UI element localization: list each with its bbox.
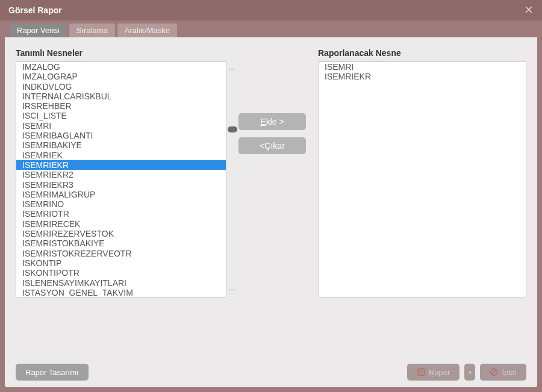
list-item[interactable]: ISKONTIPOTR xyxy=(16,268,226,278)
chevron-down-icon: ▾ xyxy=(469,369,472,376)
window-title: Görsel Rapor xyxy=(8,5,62,15)
list-item[interactable]: INTERNALCARISKBUL xyxy=(16,92,226,101)
list-item[interactable]: ISEMRI xyxy=(16,121,226,131)
report-objects-column: Raporlanacak Nesne ISEMRIISEMRIEKR xyxy=(318,48,526,297)
titlebar: Görsel Rapor xyxy=(0,0,542,20)
defined-objects-heading: Tanımlı Nesneler xyxy=(16,48,226,58)
defined-objects-wrap: IMZALOGIMZALOGRAPINDKDVLOGINTERNALCARISK… xyxy=(16,61,226,297)
list-item[interactable]: ISKONTIP xyxy=(16,258,226,268)
defined-objects-column: Tanımlı Nesneler IMZALOGIMZALOGRAPINDKDV… xyxy=(16,48,226,297)
list-item[interactable]: ISEMRISTOKREZERVEOTR xyxy=(16,249,226,258)
list-item[interactable]: ISEMRIEK xyxy=(16,151,226,160)
tab-rapor-verisi[interactable]: Rapor Verisi xyxy=(10,23,67,37)
cancel-button-rest: ptal xyxy=(504,368,517,377)
list-item[interactable]: IMZALOG xyxy=(16,62,226,72)
list-item[interactable]: ISEMRIRECEK xyxy=(16,219,226,229)
svg-line-3 xyxy=(492,370,496,375)
list-item[interactable]: ISEMRINO xyxy=(16,199,226,209)
remove-button[interactable]: <Çıkar xyxy=(238,137,306,154)
scroll-handle[interactable] xyxy=(228,126,237,132)
defined-objects-listbox[interactable]: IMZALOGIMZALOGRAPINDKDVLOGINTERNALCARISK… xyxy=(16,61,226,297)
close-icon[interactable] xyxy=(520,2,537,19)
tab-aralik-maske[interactable]: Aralık/Maske xyxy=(117,23,177,37)
list-item[interactable]: ISEMRISTOKBAKIYE xyxy=(16,238,226,248)
report-objects-heading: Raporlanacak Nesne xyxy=(318,48,526,58)
list-item[interactable]: ISEMRI xyxy=(319,62,526,72)
report-icon: R xyxy=(417,368,425,376)
tab-content: Tanımlı Nesneler IMZALOGIMZALOGRAPINDKDV… xyxy=(5,37,537,387)
list-item[interactable]: ISCI_LISTE xyxy=(16,111,226,120)
list-item[interactable]: ISEMRIOTR xyxy=(16,209,226,219)
report-button-rest: apor xyxy=(434,368,450,377)
report-button-dropdown[interactable]: ▾ xyxy=(464,364,475,381)
list-item[interactable]: ISTASYON_GENEL_TAKVIM xyxy=(16,288,226,297)
tabstrip: Rapor Verisi Sıralama Aralık/Maske xyxy=(0,20,542,37)
remove-button-prefix: <Ç xyxy=(260,141,270,151)
svg-text:R: R xyxy=(419,369,423,375)
window: Görsel Rapor Rapor Verisi Sıralama Aralı… xyxy=(0,0,542,392)
report-design-button[interactable]: Rapor Tasarımı xyxy=(16,364,89,381)
spacer xyxy=(16,297,526,357)
columns: Tanımlı Nesneler IMZALOGIMZALOGRAPINDKDV… xyxy=(16,48,526,297)
add-button[interactable]: Ekle > xyxy=(238,113,306,130)
list-item[interactable]: INDKDVLOG xyxy=(16,82,226,92)
list-item[interactable]: ISEMRIEKR3 xyxy=(16,180,226,190)
list-item[interactable]: ISEMRIBAGLANTI xyxy=(16,131,226,140)
cancel-icon xyxy=(490,368,498,376)
list-item[interactable]: ISLENENSAYIMKAYITLARI xyxy=(16,278,226,288)
list-item[interactable]: ISEMRIBAKIYE xyxy=(16,140,226,150)
list-item[interactable]: ISEMRIEKR2 xyxy=(16,170,226,179)
list-item[interactable]: ISEMRIREZERVESTOK xyxy=(16,229,226,238)
report-button-underline: R xyxy=(429,368,434,377)
scroll-down-icon[interactable]: ﹀ xyxy=(229,286,235,295)
cancel-button[interactable]: İptal xyxy=(480,364,526,381)
scrollbar[interactable]: ︿ ﹀ xyxy=(228,61,236,297)
scroll-up-icon[interactable]: ︿ xyxy=(229,64,235,73)
remove-button-rest: ıkar xyxy=(270,141,284,151)
list-item[interactable]: ISEMRIEKR xyxy=(16,160,226,170)
report-button[interactable]: R Rapor xyxy=(407,364,459,381)
add-button-rest: kle > xyxy=(266,117,284,126)
add-button-underline: E xyxy=(260,117,266,126)
list-item[interactable]: ISEMRIMALIGRUP xyxy=(16,190,226,199)
tab-siralama[interactable]: Sıralama xyxy=(69,23,115,37)
list-item[interactable]: IMZALOGRAP xyxy=(16,72,226,81)
report-objects-listbox[interactable]: ISEMRIISEMRIEKR xyxy=(318,61,526,297)
transfer-buttons-column: Ekle > <Çıkar xyxy=(236,48,308,297)
footer: Rapor Tasarımı R Rapor ▾ İptal xyxy=(16,357,526,381)
list-item[interactable]: ISEMRIEKR xyxy=(319,72,526,81)
footer-right: R Rapor ▾ İptal xyxy=(407,364,526,381)
footer-left: Rapor Tasarımı xyxy=(16,364,89,381)
list-item[interactable]: IRSREHBER xyxy=(16,101,226,111)
